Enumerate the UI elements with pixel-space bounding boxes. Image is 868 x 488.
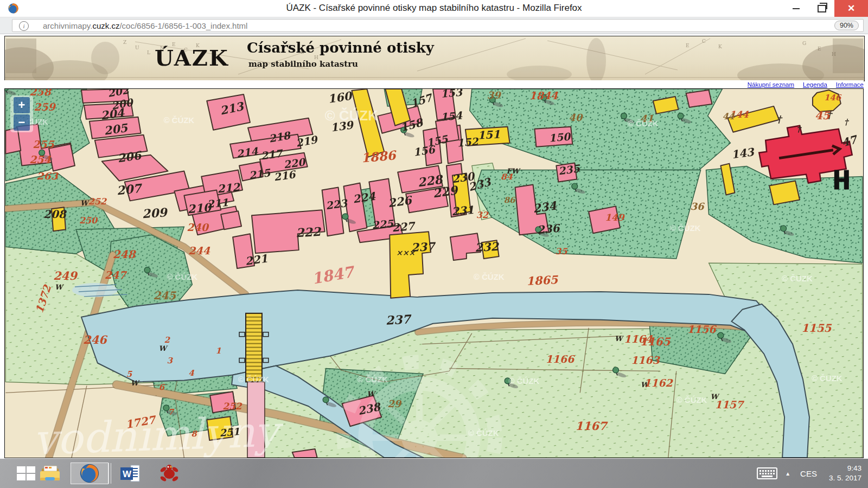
map-label: 227	[392, 219, 417, 234]
window-title: ÚAZK - Císařské povinné otisky map stabi…	[0, 3, 868, 14]
copyright-watermark: © ČÚZK	[238, 375, 269, 384]
map-label: 7	[168, 407, 174, 417]
copyright-watermark: © ČÚZK	[163, 115, 194, 125]
map-label: 244	[188, 245, 210, 256]
link-legenda[interactable]: Legenda	[803, 81, 827, 88]
map-label: 258	[29, 89, 52, 98]
cadastral-map[interactable]: + −	[4, 88, 864, 458]
minimize-icon	[793, 8, 800, 9]
browser-titlebar: ÚAZK - Císařské povinné otisky map stabi…	[0, 0, 868, 17]
map-label: 1162	[644, 377, 674, 389]
file-explorer-icon	[39, 464, 61, 483]
map-label: 4	[188, 368, 194, 378]
restore-button[interactable]	[809, 0, 834, 17]
svg-text:U: U	[135, 45, 139, 50]
copyright-watermark: © ČÚZK	[357, 375, 388, 384]
svg-text:Z: Z	[123, 40, 126, 45]
map-label: 1157	[714, 399, 745, 410]
copyright-watermark: © ČÚZK	[468, 428, 499, 438]
map-label: 236	[537, 221, 561, 236]
map-label: 45	[815, 109, 831, 122]
map-label: 251	[219, 426, 240, 439]
map-label: 1865	[526, 273, 559, 288]
tray-clock[interactable]: 9:43 3. 5. 2017	[829, 464, 861, 483]
svg-text:L: L	[147, 50, 150, 55]
irfanview-icon	[158, 463, 180, 484]
firefox-taskbar-button[interactable]	[71, 463, 108, 484]
close-icon: ✕	[847, 4, 855, 13]
url-field[interactable]: i archivnimapy.cuzk.cz/coc/6856-1/6856-1…	[12, 19, 864, 32]
firefox-icon	[79, 463, 100, 484]
map-label: 212	[217, 181, 242, 196]
map-label: 1886	[360, 147, 397, 165]
page-zoom-badge[interactable]: 90%	[834, 21, 859, 30]
map-label: 154	[440, 109, 463, 123]
map-label: 222	[296, 224, 322, 240]
link-informace[interactable]: Informace	[836, 81, 864, 88]
map-label: 1164	[624, 333, 653, 345]
address-bar: i archivnimapy.cuzk.cz/coc/6856-1/6856-1…	[0, 17, 868, 34]
copyright-watermark: © ČÚZK	[509, 376, 540, 386]
map-label: 207	[116, 181, 144, 197]
link-nakupni-seznam[interactable]: Nákupní seznam	[748, 81, 794, 88]
toolbar-links: Nákupní seznam Legenda Informace	[4, 80, 864, 88]
map-label: 151	[477, 128, 501, 142]
map-label: 1167	[575, 419, 608, 433]
map-canvas: vodnimlyny 20220020420520620720920821321…	[5, 89, 863, 458]
map-label: 2	[164, 335, 170, 345]
tray-time: 9:43	[829, 464, 861, 473]
site-title: Císařské povinné otisky	[247, 40, 434, 56]
map-label: 250	[79, 215, 98, 226]
map-label: 44	[722, 111, 735, 121]
map-label: 259	[34, 101, 56, 113]
map-label: 1166	[545, 353, 575, 365]
map-label: 8	[191, 429, 197, 439]
map-label: 29	[387, 398, 401, 409]
tray-expand-arrow[interactable]: ▲	[785, 471, 790, 477]
site-subtitle: map stabilního katastru	[248, 59, 358, 69]
map-label: 6	[158, 382, 165, 392]
tray-language[interactable]: CES	[800, 469, 817, 478]
copyright-watermark: © ČÚZK	[325, 107, 379, 123]
copyright-watermark: © ČÚZK	[782, 274, 813, 283]
svg-text:H: H	[832, 52, 836, 57]
info-icon[interactable]: i	[19, 21, 29, 31]
tray-date: 3. 5. 2017	[829, 473, 861, 483]
system-tray: ▲ CES 9:43 3. 5. 2017	[757, 459, 868, 488]
restore-icon	[818, 5, 826, 12]
desktop: ÚAZK - Císařské povinné otisky map stabi…	[0, 0, 868, 488]
copyright-watermark: © ČÚZK	[812, 374, 843, 383]
minimize-button[interactable]	[783, 0, 808, 17]
start-icon	[17, 466, 35, 481]
copyright-watermark: © ČÚZK	[474, 272, 505, 281]
svg-text:E: E	[818, 46, 821, 52]
map-label: 249	[53, 269, 78, 282]
zoom-out-button[interactable]: −	[14, 114, 30, 131]
url-text: archivnimapy.cuzk.cz/coc/6856-1/6856-1-0…	[43, 21, 247, 30]
zoom-in-button[interactable]: +	[14, 97, 30, 113]
map-zoom-control: + −	[10, 95, 33, 132]
file-explorer-button[interactable]	[35, 463, 65, 484]
map-label: 5	[126, 369, 133, 379]
map-label: 1156	[687, 323, 717, 335]
close-button[interactable]: ✕	[834, 0, 868, 17]
svg-text:K: K	[718, 44, 722, 49]
svg-text:E: E	[686, 43, 690, 48]
map-label: 247	[105, 269, 127, 281]
keyboard-icon[interactable]	[757, 467, 777, 480]
irfanview-button[interactable]	[154, 463, 184, 484]
site-logo: ÚAZK	[155, 45, 229, 70]
site-header: ZUL NECK GEH ECK GEH ÚAZK Císařské povin…	[4, 36, 865, 81]
word-button[interactable]: W	[115, 463, 145, 484]
copyright-watermark: © ČÚZK	[628, 119, 659, 128]
map-label: 1	[215, 346, 221, 356]
map-label: 86	[504, 195, 516, 205]
map-label: 1844	[529, 89, 558, 101]
map-label: 32	[476, 210, 489, 220]
word-icon: W	[119, 464, 141, 483]
map-label: 84	[501, 172, 513, 182]
map-label: 255	[33, 138, 55, 150]
map-label: 252	[88, 196, 107, 207]
map-label: 245	[154, 289, 177, 302]
taskbar: W	[0, 459, 868, 488]
